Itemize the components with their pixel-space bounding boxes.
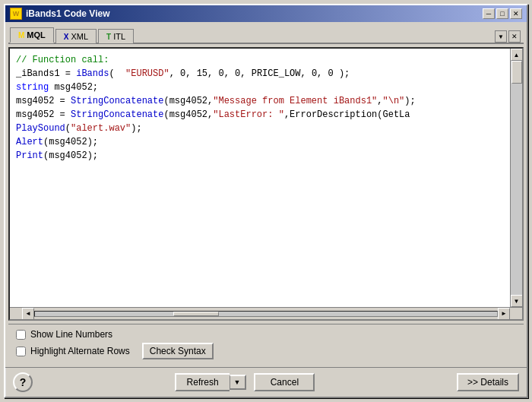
horizontal-scrollbar: ◄ ► [10, 307, 522, 319]
code-editor: // Function call: _iBands1 = iBands( "EU… [8, 47, 524, 321]
bottom-left: ? [13, 372, 33, 392]
vertical-scrollbar: ▲ ▼ [510, 49, 522, 307]
tab-dropdown-area: ▼ ✕ [495, 30, 524, 43]
code-line5: msg4052 = StringConcatenate(msg4052,"Las… [16, 109, 410, 120]
scroll-track-horizontal[interactable] [34, 311, 498, 317]
tab-itl[interactable]: T ITL [98, 29, 134, 43]
tab-close-button[interactable]: ✕ [508, 30, 521, 43]
minimize-button[interactable]: ─ [483, 8, 495, 19]
scroll-thumb-horizontal[interactable] [173, 312, 219, 316]
tab-dropdown-button[interactable]: ▼ [495, 30, 507, 43]
itl-tab-icon: T [106, 33, 111, 41]
refresh-dropdown-button[interactable]: ▼ [230, 375, 246, 390]
highlight-rows-checkbox[interactable] [16, 347, 26, 356]
xml-tab-icon: X [64, 33, 69, 41]
help-button[interactable]: ? [13, 372, 33, 392]
bottom-right: >> Details [457, 373, 519, 391]
tab-mql-label: MQL [27, 30, 45, 40]
bottom-center: Refresh ▼ Cancel [175, 373, 315, 391]
tab-xml-label: XML [71, 32, 88, 41]
scroll-right-arrow[interactable]: ► [498, 308, 510, 320]
tab-bar: M MQL X XML T ITL ▼ ✕ [8, 25, 524, 44]
tab-mql[interactable]: M MQL [10, 27, 54, 43]
show-line-numbers-row: Show Line Numbers [16, 329, 516, 340]
close-button[interactable]: ✕ [510, 8, 522, 19]
check-syntax-button[interactable]: Check Syntax [142, 343, 214, 359]
highlight-rows-label[interactable]: Highlight Alternate Rows [30, 346, 130, 356]
code-scroll-area[interactable]: // Function call: _iBands1 = iBands( "EU… [10, 49, 510, 307]
maximize-button[interactable]: □ [496, 8, 508, 19]
code-line8: Print(msg4052); [16, 150, 98, 161]
scroll-up-arrow[interactable]: ▲ [511, 49, 523, 61]
code-line4: msg4052 = StringConcatenate(msg4052,"Mes… [16, 96, 416, 106]
details-button[interactable]: >> Details [457, 373, 519, 391]
code-line3: string msg4052; [16, 82, 98, 93]
bottom-bar: ? Refresh ▼ Cancel >> Details [5, 367, 527, 397]
tab-xml[interactable]: X XML [55, 29, 97, 43]
scroll-down-arrow[interactable]: ▼ [511, 295, 523, 307]
code-line2: _iBands1 = iBands( "EURUSD", 0, 15, 0, 0… [16, 68, 350, 79]
tab-itl-label: ITL [113, 32, 125, 41]
window-title: iBands1 Code View [26, 8, 109, 19]
show-line-numbers-label[interactable]: Show Line Numbers [30, 329, 112, 340]
scroll-track-vertical[interactable] [511, 61, 523, 295]
title-bar: W iBands1 Code View ─ □ ✕ [5, 5, 527, 22]
highlight-row: Highlight Alternate Rows Check Syntax [16, 343, 516, 359]
window-icon: W [10, 8, 22, 20]
mql-tab-icon: M [18, 31, 24, 40]
cancel-button[interactable]: Cancel [254, 373, 315, 391]
code-comment-line: // Function call: [16, 55, 109, 65]
scroll-thumb-vertical[interactable] [511, 61, 522, 84]
code-line6: PlaySound("alert.wav"); [16, 123, 142, 134]
show-line-numbers-checkbox[interactable] [16, 330, 26, 340]
code-content: // Function call: _iBands1 = iBands( "EU… [16, 53, 504, 163]
code-scroll-wrapper: // Function call: _iBands1 = iBands( "EU… [10, 49, 522, 307]
title-bar-buttons: ─ □ ✕ [483, 8, 522, 19]
main-window: W iBands1 Code View ─ □ ✕ M MQL X XML T … [4, 4, 528, 398]
options-area: Show Line Numbers Highlight Alternate Ro… [8, 324, 524, 364]
title-bar-left: W iBands1 Code View [10, 8, 109, 20]
content-area: M MQL X XML T ITL ▼ ✕ // Function call: … [5, 22, 527, 367]
refresh-button[interactable]: Refresh [175, 373, 230, 391]
code-line7: Alert(msg4052); [16, 137, 98, 147]
scroll-left-arrow[interactable]: ◄ [22, 308, 34, 320]
